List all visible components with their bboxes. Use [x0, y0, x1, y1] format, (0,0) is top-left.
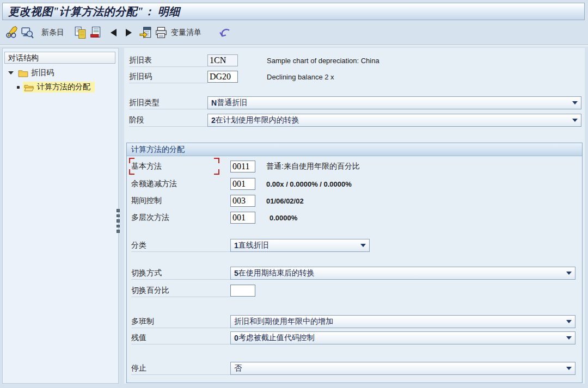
base-method-field[interactable] — [230, 161, 255, 173]
application-toolbar: 新条目 — [0, 22, 588, 44]
tree-node-selected[interactable]: 计算方法的分配 — [23, 82, 95, 93]
page-title: 更改视图"计算方法的分配"： 明细 — [8, 4, 180, 19]
multiple-shift-select[interactable]: 折旧和到期使用年限中的增加 — [230, 315, 575, 328]
depreciation-type-select[interactable]: N 普通折旧 — [207, 96, 581, 109]
dialog-structure-header: 对话结构 — [4, 52, 115, 64]
field-row: 切换方式 5 在使用期结束后的转换 — [131, 266, 575, 280]
print-button[interactable] — [154, 26, 169, 40]
copy-entry-icon — [74, 26, 87, 39]
field-row: 阶段 2 在计划使用年限内的转换 — [129, 113, 581, 127]
undo-button[interactable] — [218, 26, 233, 40]
dropdown-arrow-icon — [566, 320, 572, 323]
selected-option-text: 直线折旧 — [238, 241, 269, 250]
change-display-toggle-button[interactable] — [4, 26, 20, 40]
depreciation-key-field[interactable] — [207, 71, 238, 83]
depreciation-type-label: 折旧类型 — [129, 97, 207, 109]
folder-open-icon — [24, 83, 34, 91]
next-entry-icon — [126, 29, 132, 36]
base-method-label: 基本方法 — [131, 161, 230, 173]
print-icon — [155, 26, 168, 39]
field-row: 多班制 折旧和到期使用年限中的增加 — [131, 315, 575, 329]
field-row: 分类 1 直线折旧 — [131, 238, 370, 252]
period-control-label: 期间控制 — [131, 195, 230, 207]
multiple-shift-label: 多班制 — [131, 316, 230, 328]
chart-of-depreciation-description: Sample chart of depreciation: China — [267, 57, 379, 65]
scrap-value-label: 残值 — [131, 332, 230, 344]
tree-item-label: 折旧码 — [31, 68, 54, 78]
dropdown-arrow-icon — [566, 272, 572, 275]
dialog-structure-panel: 对话结构 折旧码 计算方法的分配 — [2, 48, 119, 384]
previous-entry-button[interactable] — [106, 26, 121, 40]
tree-item-calc-method-assignment[interactable]: 计算方法的分配 — [17, 81, 95, 93]
display-view-button[interactable] — [20, 26, 35, 40]
period-control-description: 01/06/02/02 — [266, 197, 304, 205]
depreciation-key-description: Declining balance 2 x — [267, 73, 334, 81]
selected-option-text: 在使用期结束后的转换 — [238, 268, 315, 278]
previous-entry-icon — [111, 29, 117, 36]
changeover-percent-field[interactable] — [230, 285, 255, 297]
field-row: 停止 否 — [131, 361, 575, 375]
field-row: 折旧码 Declining balance 2 x — [129, 70, 334, 84]
dropdown-arrow-icon — [566, 367, 572, 370]
selected-option-key: 5 — [234, 269, 238, 278]
changeover-percent-label: 切换百分比 — [131, 285, 230, 297]
field-row: 余额递减方法 0.00x / 0.0000% / 0.0000% — [131, 177, 352, 191]
field-row: 切换百分比 — [131, 284, 255, 298]
tree-item-depreciation-key[interactable]: 折旧码 — [8, 67, 58, 79]
toolbar-separator — [0, 45, 588, 46]
period-control-field[interactable] — [230, 195, 255, 207]
tree-leaf-icon — [17, 86, 20, 89]
selected-option-text: 考虑被截止值代码控制 — [238, 333, 315, 343]
delete-entry-button[interactable] — [88, 26, 103, 40]
declining-balance-method-label: 余额递减方法 — [131, 178, 230, 190]
selected-option-text: 普通折旧 — [217, 98, 247, 108]
multilevel-method-description: 0.0000% — [270, 214, 297, 222]
change-display-toggle-icon — [5, 26, 19, 39]
field-row: 期间控制 01/06/02/02 — [131, 194, 304, 208]
splitter[interactable] — [117, 209, 120, 233]
multilevel-method-field[interactable] — [230, 212, 255, 224]
scrap-value-select[interactable]: 0 考虑被截止值代码控制 — [230, 331, 575, 344]
base-method-description: 普通:来自使用年限的百分比 — [266, 162, 360, 171]
shutdown-label: 停止 — [131, 362, 230, 375]
selected-option-text: 在计划使用年限内的转换 — [216, 115, 299, 125]
title-bar: 更改视图"计算方法的分配"： 明细 — [2, 3, 585, 20]
groupbox-title: 计算方法的分配 — [127, 143, 582, 156]
detail-panel: 折旧表 Sample chart of depreciation: China … — [124, 48, 585, 384]
variable-list-button[interactable]: 变量清单 — [169, 28, 204, 38]
field-row: 残值 0 考虑被截止值代码控制 — [131, 331, 575, 345]
selected-option-text: 否 — [234, 364, 242, 373]
worklist-icon — [139, 26, 152, 39]
dropdown-arrow-icon — [360, 244, 366, 247]
multilevel-method-label: 多层次方法 — [131, 212, 230, 224]
next-entry-button[interactable] — [121, 26, 136, 40]
calc-method-assignment-groupbox: 计算方法的分配 基本方法 普通:来自使用年限的百分比 余额递减方法 0.00x … — [126, 143, 583, 383]
classification-label: 分类 — [131, 239, 230, 252]
tree-node[interactable]: 折旧码 — [17, 67, 58, 78]
worklist-button[interactable] — [138, 26, 154, 40]
new-entries-button[interactable]: 新条目 — [39, 28, 66, 38]
selected-option-text: 折旧和到期使用年限中的增加 — [234, 317, 333, 327]
selected-option-key: 1 — [234, 241, 238, 250]
declining-balance-method-description: 0.00x / 0.0000% / 0.0000% — [266, 180, 352, 188]
phase-select[interactable]: 2 在计划使用年限内的转换 — [207, 114, 581, 127]
dropdown-arrow-icon — [566, 336, 572, 340]
copy-entry-button[interactable] — [73, 26, 88, 40]
sap-window: 更改视图"计算方法的分配"： 明细 新条目 — [0, 0, 588, 388]
classification-select[interactable]: 1 直线折旧 — [230, 239, 370, 252]
tree-item-label: 计算方法的分配 — [37, 82, 90, 92]
shutdown-select[interactable]: 否 — [230, 362, 575, 375]
display-view-icon — [21, 26, 34, 39]
field-row: 折旧表 Sample chart of depreciation: China — [129, 53, 379, 67]
tree-expander-icon[interactable] — [8, 71, 14, 75]
selected-option-key: N — [211, 98, 217, 107]
selected-option-key: 2 — [211, 116, 216, 125]
changeover-method-select[interactable]: 5 在使用期结束后的转换 — [230, 267, 575, 280]
field-row: 折旧类型 N 普通折旧 — [129, 96, 581, 110]
field-row: 多层次方法 0.0000% — [131, 211, 297, 225]
declining-balance-method-field[interactable] — [230, 178, 255, 190]
chart-of-depreciation-field[interactable] — [207, 54, 238, 66]
delete-entry-icon — [89, 26, 102, 39]
folder-closed-icon — [18, 69, 28, 77]
changeover-method-label: 切换方式 — [131, 267, 230, 280]
